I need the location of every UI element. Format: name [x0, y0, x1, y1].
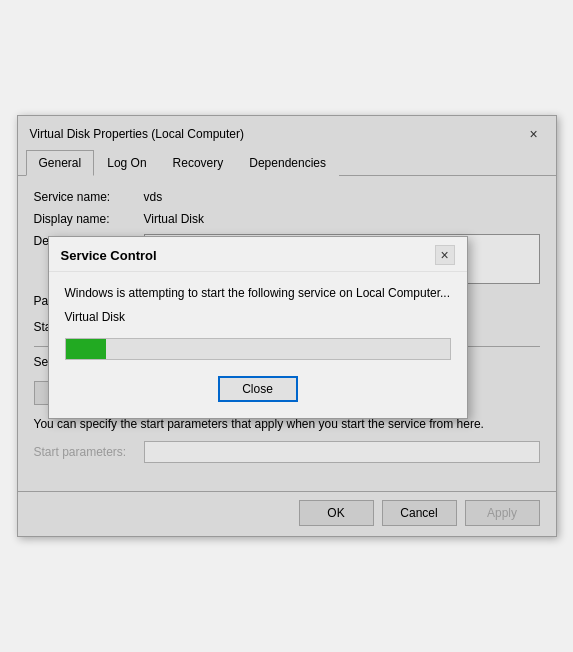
sc-title: Service Control — [61, 248, 157, 263]
sc-close-x-button[interactable]: × — [435, 245, 455, 265]
overlay: Service Control × Windows is attempting … — [18, 116, 556, 536]
progress-bar-container — [65, 338, 451, 360]
progress-bar-fill — [66, 339, 106, 359]
sc-service-name: Virtual Disk — [65, 310, 451, 324]
sc-close-button[interactable]: Close — [218, 376, 298, 402]
service-control-dialog: Service Control × Windows is attempting … — [48, 236, 468, 419]
sc-title-bar: Service Control × — [49, 237, 467, 272]
sc-body: Windows is attempting to start the follo… — [49, 272, 467, 418]
sc-message: Windows is attempting to start the follo… — [65, 286, 451, 300]
sc-buttons: Close — [65, 376, 451, 402]
main-dialog: Virtual Disk Properties (Local Computer)… — [17, 115, 557, 537]
